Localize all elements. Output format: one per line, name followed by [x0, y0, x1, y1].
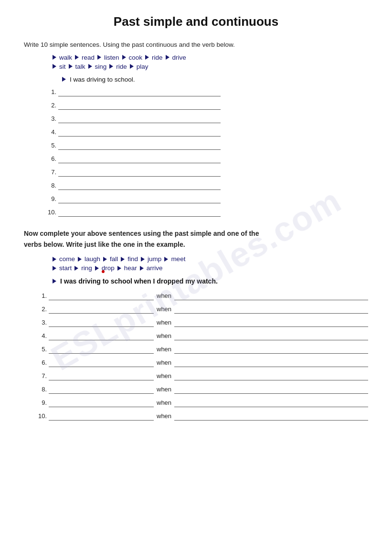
write-line-short[interactable] [49, 318, 154, 327]
write-line-long[interactable] [174, 412, 368, 421]
when-label: when [156, 399, 172, 407]
when-label: when [156, 372, 172, 380]
play-icon-cook [122, 55, 126, 60]
verb-play: play [130, 63, 148, 70]
write-line[interactable] [58, 181, 221, 190]
line-number: 3. [43, 115, 56, 123]
verb-come: come [53, 255, 75, 263]
table-row: 1. when [33, 292, 368, 300]
play-icon-ride2 [109, 64, 113, 69]
table-row: 5. when [33, 345, 368, 354]
play-icon-jump [141, 257, 145, 262]
play-icon-walk [53, 55, 56, 60]
write-line-short[interactable] [49, 385, 154, 394]
write-line-long[interactable] [174, 358, 368, 367]
write-line[interactable] [58, 101, 221, 110]
verb-drive: drive [166, 54, 186, 61]
play-icon-play [130, 64, 134, 69]
play-icon-meet [164, 257, 168, 262]
verb-arrive: arrive [140, 264, 163, 272]
play-icon-start [53, 266, 56, 271]
write-line-short[interactable] [49, 372, 154, 380]
play-icon-ring [74, 266, 78, 271]
verb-cook: cook [122, 54, 143, 61]
when-label: when [156, 412, 172, 421]
verb-ride2: ride [109, 63, 127, 70]
section2-instruction: Now complete your above sentences using … [24, 228, 368, 251]
write-line-long[interactable] [174, 318, 368, 327]
write-line[interactable] [58, 195, 221, 203]
section1-verbs-row2: sit talk sing ride play [53, 63, 368, 70]
write-line[interactable] [58, 88, 221, 96]
table-row: 8. when [33, 385, 368, 394]
play-icon-fall [103, 257, 107, 262]
when-label: when [156, 292, 172, 300]
line-number: 7. [43, 168, 56, 177]
verb-listen: listen [97, 54, 119, 61]
verb-sit: sit [53, 63, 66, 70]
table-row: 6. when [33, 358, 368, 367]
section1-verbs-row1: walk read listen cook ride drive [53, 54, 368, 61]
write-line-long[interactable] [174, 345, 368, 354]
write-line-short[interactable] [49, 292, 154, 300]
line-number: 4. [33, 332, 47, 340]
when-label: when [156, 346, 172, 354]
line-number: 7. [33, 372, 47, 380]
play-icon-come [53, 257, 56, 262]
when-label: when [156, 359, 172, 367]
write-line-long[interactable] [174, 292, 368, 300]
write-line[interactable] [58, 155, 221, 163]
verb-find: find [121, 255, 138, 263]
write-line-short[interactable] [49, 412, 154, 421]
write-line-short[interactable] [49, 399, 154, 407]
line-number: 6. [43, 155, 56, 163]
play-icon-hear [117, 266, 121, 271]
example2-play-icon [53, 279, 56, 284]
verb-ride: ride [145, 54, 163, 61]
table-row: 1. [43, 88, 368, 96]
write-line[interactable] [58, 208, 221, 217]
line-number: 3. [33, 319, 47, 327]
verb-start: start [53, 264, 72, 272]
section2-verbs-row2: start ring drop hear arrive [53, 264, 368, 272]
play-icon-ride [145, 55, 149, 60]
write-line-short[interactable] [49, 345, 154, 354]
write-line[interactable] [58, 168, 221, 177]
table-row: 9. [43, 195, 368, 203]
play-icon-listen [97, 55, 101, 60]
table-row: 4. [43, 128, 368, 137]
table-row: 5. [43, 141, 368, 150]
write-line-short[interactable] [49, 305, 154, 314]
play-icon-drive [166, 55, 170, 60]
verb-jump: jump [141, 255, 161, 263]
line-number: 2. [33, 305, 47, 314]
verb-sing: sing [88, 63, 107, 70]
write-line-short[interactable] [49, 358, 154, 367]
line-number: 9. [33, 399, 47, 407]
play-icon-sing [88, 64, 92, 69]
verb-talk: talk [69, 63, 85, 70]
write-line-long[interactable] [174, 305, 368, 314]
verb-meet: meet [164, 255, 185, 263]
write-line-long[interactable] [174, 399, 368, 407]
verb-walk: walk [53, 54, 72, 61]
drop-dot [102, 270, 105, 273]
write-line-short[interactable] [49, 332, 154, 340]
section1-instruction: Write 10 simple sentences. Using the pas… [24, 40, 368, 50]
when-label: when [156, 386, 172, 394]
verb-laugh: laugh [78, 255, 100, 263]
table-row: 2. [43, 101, 368, 110]
line-number: 5. [43, 142, 56, 150]
write-line[interactable] [58, 141, 221, 150]
table-row: 6. [43, 155, 368, 163]
write-line-long[interactable] [174, 332, 368, 340]
table-row: 7. when [33, 372, 368, 380]
write-line-long[interactable] [174, 385, 368, 394]
table-row: 10. [43, 208, 368, 217]
write-line-long[interactable] [174, 372, 368, 380]
verb-fall: fall [103, 255, 118, 263]
play-icon-sit [53, 64, 56, 69]
verb-read: read [75, 54, 95, 61]
write-line[interactable] [58, 128, 221, 137]
write-line[interactable] [58, 115, 221, 123]
